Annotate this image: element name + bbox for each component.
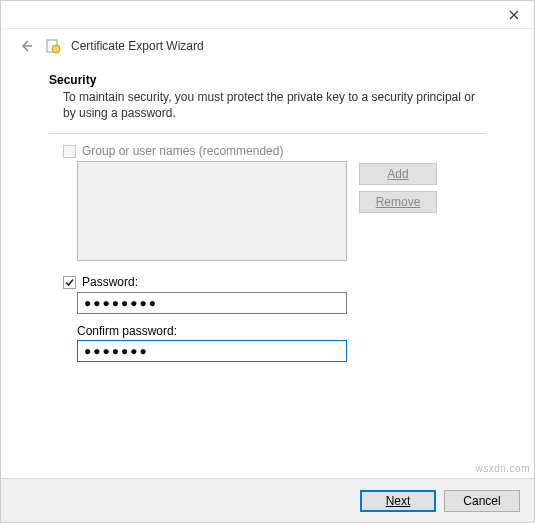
password-checkbox[interactable] — [63, 276, 76, 289]
group-names-area: Add Remove — [49, 161, 486, 261]
section-description: To maintain security, you must protect t… — [49, 89, 486, 121]
watermark: wsxdn.com — [475, 463, 530, 474]
password-option[interactable]: Password: — [49, 275, 486, 289]
titlebar — [1, 1, 534, 29]
confirm-password-input[interactable] — [77, 340, 347, 362]
group-buttons: Add Remove — [359, 161, 437, 261]
section-heading: Security — [49, 73, 486, 87]
password-input[interactable] — [77, 292, 347, 314]
svg-point-1 — [52, 45, 60, 53]
wizard-header: Certificate Export Wizard — [1, 29, 534, 73]
confirm-field-block: Confirm password: — [49, 324, 486, 362]
next-button[interactable]: Next — [360, 490, 436, 512]
close-button[interactable] — [494, 1, 534, 29]
divider — [49, 133, 486, 134]
cancel-button[interactable]: Cancel — [444, 490, 520, 512]
back-button[interactable] — [17, 37, 35, 55]
footer: Next Cancel — [1, 478, 534, 522]
add-button: Add — [359, 163, 437, 185]
group-names-option: Group or user names (recommended) — [49, 144, 486, 158]
close-icon — [509, 10, 519, 20]
group-names-label: Group or user names (recommended) — [82, 144, 283, 158]
group-names-listbox — [77, 161, 347, 261]
content-area: Security To maintain security, you must … — [1, 73, 534, 362]
password-field-block — [49, 292, 486, 314]
back-arrow-icon — [19, 39, 33, 53]
check-icon — [64, 277, 75, 288]
confirm-label: Confirm password: — [77, 324, 486, 338]
group-names-checkbox — [63, 145, 76, 158]
certificate-icon — [45, 38, 61, 54]
wizard-title: Certificate Export Wizard — [71, 39, 204, 53]
remove-button: Remove — [359, 191, 437, 213]
password-label: Password: — [82, 275, 138, 289]
